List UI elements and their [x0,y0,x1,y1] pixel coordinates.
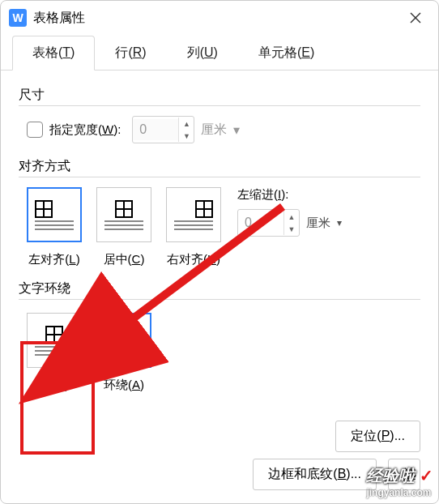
app-icon: W [9,9,27,27]
width-unit: 厘米 [201,122,227,139]
tab-cell[interactable]: 单元格(E) [238,36,335,70]
indent-up[interactable]: ▲ [284,211,299,223]
width-spinner[interactable]: ▲ ▼ [132,116,194,143]
wrap-none-label: 无(N) [40,378,69,393]
width-input[interactable] [133,119,178,140]
indent-input[interactable] [238,212,283,233]
align-left-label: 左对齐(L) [28,252,79,267]
specify-width-checkbox[interactable] [27,122,43,138]
window-title: 表格属性 [33,10,401,27]
indent-label: 左缩进(I): [237,187,342,203]
wrap-none-option[interactable] [27,313,82,368]
width-down[interactable]: ▼ [179,130,194,142]
wrap-around-label: 环绕(A) [104,378,144,393]
tab-column[interactable]: 列(U) [167,36,238,70]
table-icon [195,200,213,218]
align-center-option[interactable] [96,187,151,242]
table-icon [35,200,53,218]
table-icon [45,326,63,344]
borders-shading-button[interactable]: 边框和底纹(B)... [253,459,377,490]
tab-row[interactable]: 行(R) [95,36,166,70]
align-right-option[interactable] [166,187,221,242]
width-unit-arrow: ▾ [233,122,240,138]
indent-down[interactable]: ▼ [284,223,299,235]
wrap-around-option[interactable] [96,313,151,368]
indent-unit: 厘米 [306,216,330,231]
align-right-label: 右对齐(H) [167,252,220,267]
tab-bar: 表格(T) 行(R) 列(U) 单元格(E) [1,35,438,70]
wrap-section-label: 文字环绕 [19,280,420,297]
alignment-section-label: 对齐方式 [19,158,420,175]
align-center-label: 居中(C) [104,252,145,267]
close-button[interactable] [401,3,430,32]
close-icon [409,11,422,24]
table-icon [115,200,133,218]
tab-table[interactable]: 表格(T) [12,36,95,70]
size-section-label: 尺寸 [19,87,420,104]
align-left-option[interactable] [27,187,82,242]
width-up[interactable]: ▲ [179,117,194,130]
indent-spinner[interactable]: ▲ ▼ [237,209,300,237]
specify-width-label: 指定宽度(W): [49,122,121,138]
table-icon [104,327,122,345]
position-button[interactable]: 定位(P)... [335,421,420,452]
options-button-partial[interactable]: 选 [388,459,420,490]
